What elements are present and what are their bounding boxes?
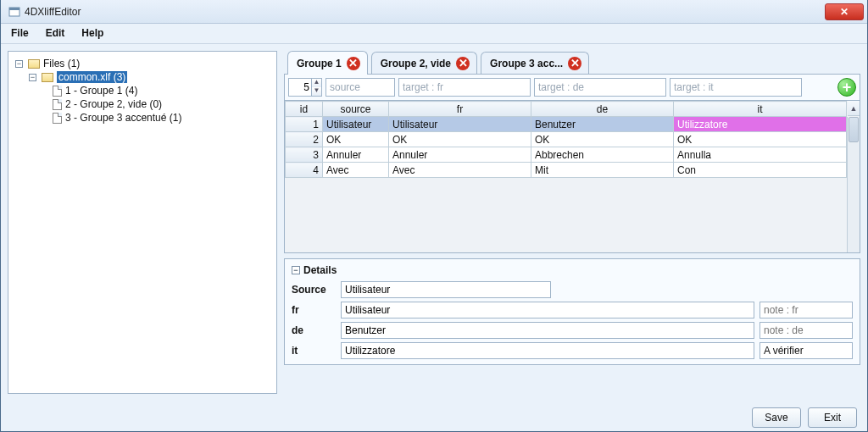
- col-fr[interactable]: fr: [389, 102, 531, 117]
- tree-group-1[interactable]: 1 - Groupe 1 (4): [12, 84, 273, 97]
- editor-panel: Groupe 1 ✕ Groupe 2, vide ✕ Groupe 3 acc…: [284, 51, 860, 394]
- cell-id: 4: [286, 163, 323, 178]
- cell-id: 1: [286, 117, 323, 132]
- content-area: − Files (1) − common.xlf (3) 1 - Groupe …: [1, 44, 867, 401]
- tabs: Groupe 1 ✕ Groupe 2, vide ✕ Groupe 3 acc…: [284, 51, 860, 75]
- titlebar: 4DXliffEditor ✕: [1, 0, 867, 24]
- collapse-icon[interactable]: −: [292, 266, 300, 274]
- cell-fr[interactable]: OK: [389, 132, 531, 147]
- col-id[interactable]: id: [286, 102, 323, 117]
- cell-source[interactable]: OK: [323, 132, 389, 147]
- folder-icon: [28, 59, 40, 69]
- svg-rect-1: [9, 8, 19, 10]
- file-icon: [53, 113, 62, 124]
- save-button[interactable]: Save: [752, 407, 801, 428]
- window-close-button[interactable]: ✕: [825, 3, 864, 20]
- window-title: 4DXliffEditor: [25, 6, 81, 18]
- cell-de[interactable]: Benutzer: [531, 117, 674, 132]
- cell-fr[interactable]: Avec: [389, 163, 531, 178]
- close-icon[interactable]: ✕: [347, 57, 360, 70]
- close-icon[interactable]: ✕: [568, 57, 581, 70]
- row-count-spinner[interactable]: ▲ ▼: [288, 78, 322, 97]
- table-row[interactable]: 1 Utilisateur Utilisateur Benutzer Utili…: [286, 117, 847, 132]
- details-label-source: Source: [292, 284, 336, 296]
- cell-id: 3: [286, 147, 323, 163]
- filter-source-input[interactable]: [326, 78, 395, 97]
- grid-scrollbar[interactable]: ▲: [847, 117, 860, 252]
- cell-it[interactable]: OK: [674, 132, 847, 147]
- details-label-de: de: [292, 324, 336, 336]
- cell-de[interactable]: Mit: [531, 163, 674, 178]
- scroll-up-icon[interactable]: ▲: [848, 101, 860, 116]
- col-source[interactable]: source: [323, 102, 389, 117]
- details-panel: − Details Source fr de it: [284, 258, 860, 365]
- col-it[interactable]: it: [674, 102, 847, 117]
- tree-group-2[interactable]: 2 - Groupe 2, vide (0): [12, 97, 273, 111]
- cell-source[interactable]: Avec: [323, 163, 389, 178]
- row-count-input[interactable]: [289, 79, 311, 96]
- cell-it[interactable]: Con: [674, 163, 847, 178]
- details-fr-input[interactable]: [341, 302, 754, 318]
- file-icon: [53, 99, 62, 110]
- tree-file-common[interactable]: − common.xlf (3): [12, 70, 273, 84]
- col-de[interactable]: de: [531, 102, 674, 117]
- scroll-thumb[interactable]: [849, 117, 859, 142]
- filter-fr-input[interactable]: [398, 78, 531, 97]
- table-row[interactable]: 4 Avec Avec Mit Con: [286, 163, 847, 178]
- cell-fr[interactable]: Utilisateur: [389, 117, 531, 132]
- tree-group-3[interactable]: 3 - Groupe 3 accentué (1): [12, 111, 273, 125]
- details-fr-note[interactable]: [760, 302, 853, 318]
- details-it-note[interactable]: [760, 342, 853, 359]
- translation-grid: id source fr de it 1 Utilisateur Utilisa…: [284, 101, 860, 253]
- menu-file[interactable]: File: [3, 24, 37, 43]
- menubar: File Edit Help: [1, 24, 867, 44]
- filter-it-input[interactable]: [670, 78, 802, 97]
- collapse-icon[interactable]: −: [15, 60, 23, 68]
- exit-button[interactable]: Exit: [808, 407, 857, 428]
- tab-groupe-1[interactable]: Groupe 1 ✕: [287, 51, 368, 75]
- filter-de-input[interactable]: [534, 78, 666, 97]
- file-icon: [53, 86, 62, 97]
- cell-de[interactable]: OK: [531, 132, 674, 147]
- details-label-it: it: [292, 345, 336, 357]
- cell-source[interactable]: Utilisateur: [323, 117, 389, 132]
- table-row[interactable]: 3 Annuler Annuler Abbrechen Annulla: [286, 147, 847, 163]
- cell-source[interactable]: Annuler: [323, 147, 389, 163]
- menu-edit[interactable]: Edit: [37, 24, 74, 43]
- app-icon: [8, 5, 21, 19]
- close-icon[interactable]: ✕: [456, 57, 470, 70]
- details-de-input[interactable]: [341, 322, 754, 339]
- file-tree: − Files (1) − common.xlf (3) 1 - Groupe …: [8, 51, 277, 394]
- app-window: 4DXliffEditor ✕ File Edit Help − Files (…: [0, 0, 868, 432]
- cell-it[interactable]: Utilizzatore: [674, 117, 847, 132]
- tab-groupe-2[interactable]: Groupe 2, vide ✕: [371, 52, 477, 74]
- tab-label: Groupe 2, vide: [381, 58, 451, 69]
- grid-header-row: id source fr de it: [286, 102, 847, 117]
- spinner-down-icon[interactable]: ▼: [311, 87, 321, 96]
- details-de-note[interactable]: [760, 322, 853, 339]
- details-source-input[interactable]: [341, 281, 551, 298]
- tab-groupe-3[interactable]: Groupe 3 acc... ✕: [481, 52, 589, 74]
- tab-label: Groupe 1: [297, 58, 342, 69]
- details-header[interactable]: − Details: [292, 264, 853, 276]
- table-row[interactable]: 2 OK OK OK OK: [286, 132, 847, 147]
- tree-root-files[interactable]: − Files (1): [12, 57, 273, 70]
- cell-it[interactable]: Annulla: [674, 147, 847, 163]
- add-row-button[interactable]: +: [837, 78, 856, 97]
- tab-label: Groupe 3 acc...: [490, 58, 563, 69]
- filter-bar: ▲ ▼ +: [284, 75, 860, 101]
- details-it-input[interactable]: [341, 342, 754, 359]
- cell-de[interactable]: Abbrechen: [531, 147, 674, 163]
- dialog-buttons: Save Exit: [1, 401, 867, 431]
- cell-fr[interactable]: Annuler: [389, 147, 531, 163]
- details-label-fr: fr: [292, 304, 336, 316]
- cell-id: 2: [286, 132, 323, 147]
- menu-help[interactable]: Help: [73, 24, 112, 43]
- collapse-icon[interactable]: −: [29, 74, 36, 81]
- details-title: Details: [303, 264, 337, 276]
- folder-icon: [42, 73, 53, 82]
